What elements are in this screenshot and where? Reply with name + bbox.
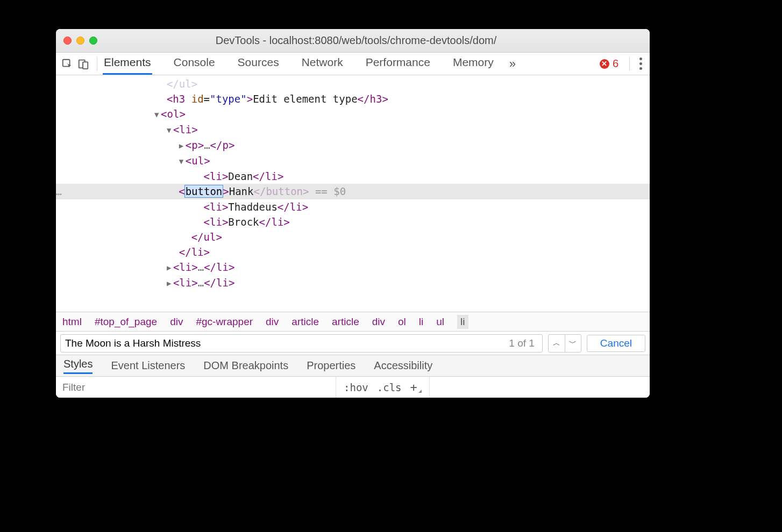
settings-menu-icon[interactable] [635,57,646,70]
chevron-down-icon[interactable]: ▼ [154,107,161,122]
tab-performance[interactable]: Performance [365,53,431,75]
crumb-article[interactable]: article [292,316,319,328]
tab-elements[interactable]: Elements [103,53,152,75]
dom-ellipsis: … [204,139,210,151]
error-count: 6 [613,57,619,70]
main-toolbar: Elements Console Sources Network Perform… [56,53,650,75]
subtab-dom-breakpoints[interactable]: DOM Breakpoints [203,360,288,372]
subtab-event-listeners[interactable]: Event Listeners [111,360,185,372]
chevron-right-icon[interactable]: ▶ [167,260,173,275]
svg-rect-2 [83,62,88,69]
dom-text: Hank [229,185,254,197]
search-input[interactable] [65,337,509,349]
cls-toggle[interactable]: .cls [377,382,402,393]
new-style-rule-icon[interactable]: + [410,380,422,394]
dom-tree[interactable]: </ul> <h3 id="type">Edit element type</h… [56,75,650,312]
dom-ellipsis: … [198,261,204,273]
search-next-icon[interactable]: ﹀ [565,335,581,352]
subtab-styles[interactable]: Styles [63,358,93,374]
dom-text: = [204,93,210,105]
dom-attr-val: "type" [210,93,247,105]
tabs-overflow-icon[interactable]: » [504,56,521,72]
crumb-li[interactable]: li [419,316,423,328]
titlebar: DevTools - localhost:8080/web/tools/chro… [56,29,650,53]
dom-text: Edit element type [253,93,357,105]
tab-network[interactable]: Network [301,53,344,75]
chevron-right-icon[interactable]: ▶ [167,276,173,291]
tag-edit-input[interactable]: button [185,185,223,197]
dom-annotation: == $0 [309,185,346,197]
error-icon: ✕ [600,59,609,69]
dom-ellipsis: … [198,277,204,289]
dom-text: Dean [228,170,253,182]
hov-toggle[interactable]: :hov [344,382,368,393]
search-bar: 1 of 1 ︿ ﹀ Cancel [56,331,650,355]
crumb-ul[interactable]: ul [436,316,444,328]
styles-filter-input[interactable] [56,377,336,398]
device-toggle-icon[interactable] [75,56,91,72]
crumb-li-active[interactable]: li [457,315,468,329]
minimize-icon[interactable] [76,37,84,45]
tab-console[interactable]: Console [173,53,216,75]
search-count: 1 of 1 [509,337,538,349]
crumb-div[interactable]: div [372,316,385,328]
breadcrumb: html #top_of_page div #gc-wrapper div ar… [56,312,650,331]
dom-text: </ul> [167,78,197,90]
crumb-article[interactable]: article [332,316,359,328]
search-box: 1 of 1 [60,334,543,353]
panel-tabs: Elements Console Sources Network Perform… [103,53,495,75]
search-prev-icon[interactable]: ︿ [549,335,565,352]
chevron-down-icon[interactable]: ▼ [167,123,173,138]
chevron-down-icon[interactable]: ▼ [179,154,186,169]
dom-attr-name: id [191,93,204,105]
subtab-properties[interactable]: Properties [307,360,356,372]
tab-memory[interactable]: Memory [452,53,495,75]
dom-close-tag: button [266,185,303,197]
error-badge[interactable]: ✕ 6 [600,57,619,70]
maximize-icon[interactable] [89,37,97,45]
tab-sources[interactable]: Sources [237,53,280,75]
devtools-window: DevTools - localhost:8080/web/tools/chro… [56,29,650,398]
crumb-gc-wrapper[interactable]: #gc-wrapper [196,316,253,328]
crumb-ol[interactable]: ol [398,316,406,328]
subtab-accessibility[interactable]: Accessibility [374,360,432,372]
crumb-div[interactable]: div [170,316,183,328]
inspect-icon[interactable] [59,56,75,72]
chevron-right-icon[interactable]: ▶ [179,138,186,153]
cancel-button[interactable]: Cancel [587,335,645,352]
selected-node[interactable]: … <button>Hank</button> == $0 [56,184,650,199]
crumb-top-of-page[interactable]: #top_of_page [95,316,157,328]
crumb-div[interactable]: div [266,316,279,328]
search-nav: ︿ ﹀ [548,334,581,353]
close-icon[interactable] [63,37,72,45]
dom-text: Brock [228,216,259,228]
crumb-html[interactable]: html [62,316,82,328]
styles-subtabs: Styles Event Listeners DOM Breakpoints P… [56,355,650,376]
styles-toolbar: :hov .cls + [56,376,650,398]
dom-text: Thaddeus [228,201,278,213]
window-title: DevTools - localhost:8080/web/tools/chro… [102,34,610,47]
